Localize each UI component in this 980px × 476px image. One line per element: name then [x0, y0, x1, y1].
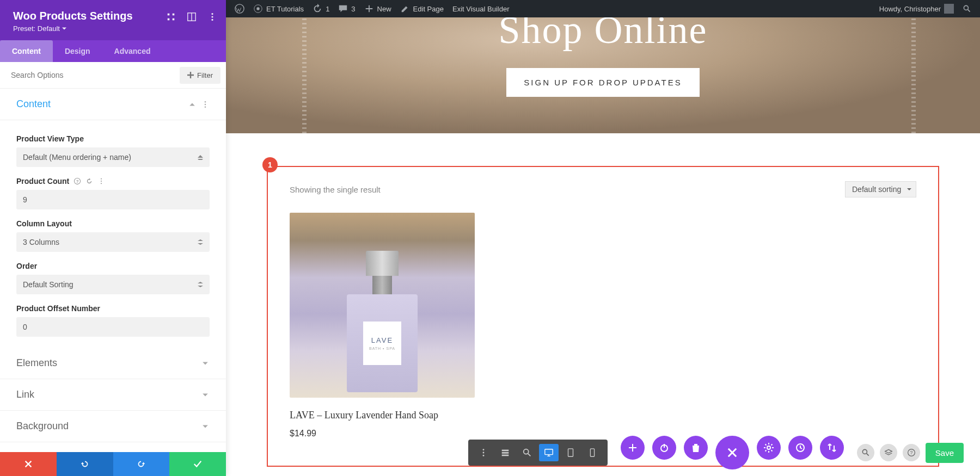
svg-rect-28 — [545, 449, 553, 455]
kebab-icon[interactable] — [201, 100, 210, 109]
offset-label: Product Offset Number — [16, 304, 210, 313]
filter-button[interactable]: Filter — [180, 67, 220, 84]
settings-button[interactable] — [757, 436, 781, 460]
svg-point-19 — [101, 181, 102, 182]
exit-visual-builder[interactable]: Exit Visual Builder — [448, 0, 514, 17]
drag-icon[interactable] — [166, 12, 176, 24]
settings-sidebar: Woo Products Settings Preset: Default Co… — [0, 0, 226, 476]
svg-rect-25 — [502, 452, 509, 454]
annotation-badge: 1 — [262, 157, 278, 172]
kebab-menu-icon[interactable] — [207, 12, 217, 24]
svg-rect-4 — [168, 14, 170, 16]
power-button[interactable] — [652, 436, 676, 460]
product-count-input[interactable] — [16, 190, 210, 209]
desktop-icon[interactable] — [539, 444, 559, 461]
section-elements-head[interactable]: Elements — [0, 348, 226, 379]
product-title[interactable]: LAVE – Luxury Lavender Hand Soap — [290, 410, 475, 421]
redo-button[interactable] — [113, 452, 170, 476]
svg-rect-29 — [568, 449, 573, 456]
svg-point-21 — [483, 449, 485, 450]
sort-select[interactable]: Default sorting — [845, 181, 916, 197]
help-icon[interactable]: ? — [74, 177, 81, 185]
svg-point-27 — [524, 449, 529, 454]
svg-rect-7 — [173, 18, 175, 21]
column-layout-select[interactable]: 3 Columns — [16, 232, 210, 252]
more-icon[interactable] — [474, 444, 493, 461]
chevron-down-icon — [201, 359, 210, 368]
search-button[interactable] — [857, 444, 874, 461]
wp-logo[interactable] — [230, 0, 249, 17]
avatar-icon — [944, 4, 954, 14]
view-controls — [468, 440, 608, 466]
add-button[interactable] — [621, 436, 645, 460]
discard-button[interactable] — [0, 452, 57, 476]
new-content[interactable]: New — [360, 0, 396, 17]
svg-text:?: ? — [76, 179, 79, 184]
preset-selector[interactable]: Preset: Default — [13, 24, 213, 33]
order-select[interactable]: Default Sorting — [16, 275, 210, 294]
svg-point-10 — [211, 13, 213, 15]
updates[interactable]: 1 — [308, 0, 334, 17]
tab-advanced[interactable]: Advanced — [102, 40, 163, 62]
result-count: Showing the single result — [290, 185, 381, 194]
expand-icon[interactable] — [187, 12, 197, 24]
wireframe-icon[interactable] — [495, 444, 515, 461]
settings-tabs: Content Design Advanced — [0, 40, 226, 62]
kebab-icon[interactable] — [97, 177, 105, 185]
edit-page[interactable]: Edit Page — [396, 0, 448, 17]
tab-content[interactable]: Content — [0, 40, 53, 62]
svg-point-15 — [205, 106, 206, 108]
hero-section: Shop Online SIGN UP FOR DROP UPDATES — [226, 0, 980, 133]
svg-point-33 — [767, 446, 770, 449]
layers-button[interactable] — [880, 444, 897, 461]
close-builder-button[interactable] — [715, 436, 749, 469]
trash-button[interactable] — [684, 436, 708, 460]
undo-button[interactable] — [57, 452, 113, 476]
confirm-button[interactable] — [169, 452, 226, 476]
tablet-icon[interactable] — [561, 444, 580, 461]
section-content-head[interactable]: Content — [0, 89, 226, 120]
section-background-head[interactable]: Background — [0, 411, 226, 442]
sidebar-footer — [0, 452, 226, 476]
svg-point-11 — [211, 16, 213, 17]
search-row: Filter — [0, 62, 226, 89]
product-price: $14.99 — [290, 429, 475, 438]
site-name[interactable]: ET Tutorials — [249, 0, 308, 17]
product-view-type-select[interactable]: Default (Menu ordering + name) — [16, 147, 210, 167]
zoom-icon[interactable] — [517, 444, 537, 461]
help-button[interactable]: ? — [903, 444, 920, 461]
my-account[interactable]: Howdy, Christopher — [875, 0, 958, 17]
svg-rect-26 — [502, 455, 509, 456]
section-link-head[interactable]: Link — [0, 379, 226, 411]
portability-button[interactable] — [820, 436, 844, 460]
product-image: LAVEBATH • SPA — [290, 213, 475, 398]
reset-icon[interactable] — [85, 177, 93, 185]
search-input[interactable] — [5, 66, 175, 84]
svg-point-20 — [101, 183, 102, 184]
svg-point-14 — [205, 103, 206, 105]
svg-point-23 — [483, 455, 485, 456]
svg-point-22 — [483, 452, 485, 454]
svg-point-13 — [205, 101, 206, 102]
svg-text:?: ? — [910, 450, 912, 455]
woo-products-module[interactable]: Showing the single result Default sortin… — [267, 166, 939, 467]
save-button[interactable]: Save — [926, 443, 964, 463]
settings-scroll[interactable]: Content Product View Type Default (Menu … — [0, 89, 226, 452]
comments[interactable]: 3 — [334, 0, 359, 17]
hero-cta-button[interactable]: SIGN UP FOR DROP UPDATES — [506, 68, 699, 97]
product-count-label: Product Count ? — [16, 177, 210, 186]
svg-point-2 — [256, 7, 259, 10]
svg-rect-6 — [168, 18, 170, 21]
svg-rect-5 — [173, 14, 175, 16]
chevron-up-icon — [188, 100, 197, 109]
sidebar-header: Woo Products Settings Preset: Default — [0, 0, 226, 40]
svg-point-35 — [862, 449, 867, 454]
page-canvas: Shop Online SIGN UP FOR DROP UPDATES 1 S… — [226, 0, 980, 476]
admin-search[interactable] — [958, 0, 976, 17]
phone-icon[interactable] — [583, 444, 602, 461]
svg-rect-30 — [590, 449, 594, 456]
offset-input[interactable] — [16, 317, 210, 337]
tab-design[interactable]: Design — [53, 40, 102, 62]
product-card[interactable]: LAVEBATH • SPA LAVE – Luxury Lavender Ha… — [290, 213, 475, 438]
history-button[interactable] — [788, 436, 812, 460]
